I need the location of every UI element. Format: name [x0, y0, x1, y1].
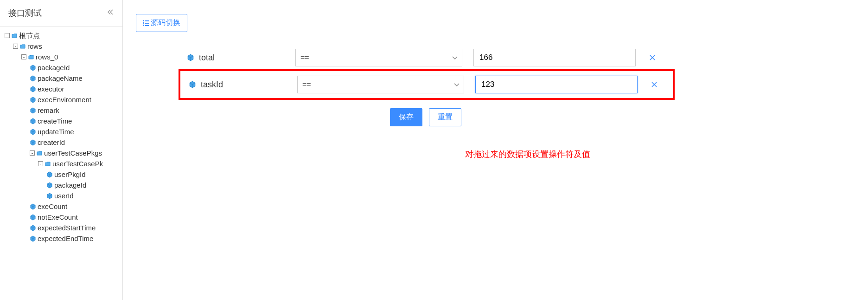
- rule-row: taskId: [180, 73, 668, 96]
- minus-icon[interactable]: -: [21, 54, 26, 59]
- source-toggle-label: 源码切换: [151, 18, 180, 28]
- tree-node-packageId[interactable]: packageId: [2, 62, 121, 73]
- minus-icon[interactable]: -: [38, 161, 43, 166]
- tree-label: userTestCasePkgs: [44, 148, 102, 158]
- highlight-annotation: taskId: [179, 69, 675, 100]
- folder-icon: [11, 33, 18, 39]
- tree-node-executor[interactable]: executor: [2, 84, 121, 94]
- tree-label: userPkgId: [54, 169, 86, 180]
- folder-icon: [28, 54, 34, 60]
- folder-icon: [36, 150, 43, 157]
- list-icon: [143, 20, 149, 26]
- rules-area: total taskId: [187, 46, 855, 100]
- cube-icon: [30, 203, 36, 210]
- close-icon: [651, 82, 657, 87]
- sidebar: 接口测试 - 根节点 - rows - rows_0 packageId pac…: [0, 0, 123, 300]
- source-toggle-button[interactable]: 源码切换: [136, 14, 187, 32]
- tree-node-execEnvironment[interactable]: execEnvironment: [2, 94, 121, 105]
- cube-icon: [30, 118, 36, 124]
- folder-icon: [19, 43, 26, 50]
- rule-field-text: total: [199, 53, 215, 63]
- cube-icon: [30, 214, 36, 221]
- rule-field-text: taskId: [201, 80, 223, 90]
- tree-node-packageId2[interactable]: packageId: [2, 180, 121, 190]
- tree-label: createTime: [38, 116, 72, 126]
- tree-label: packageId: [38, 62, 70, 73]
- tree-node-userTestCasePk[interactable]: - userTestCasePk: [2, 158, 121, 169]
- tree-label: executor: [38, 84, 64, 94]
- tree-node-exeCount[interactable]: exeCount: [2, 201, 121, 212]
- cube-icon: [30, 97, 36, 103]
- tree-node-updateTime[interactable]: updateTime: [2, 126, 121, 137]
- cube-icon: [187, 54, 194, 61]
- tree-label: notExeCount: [38, 212, 78, 222]
- close-icon: [650, 55, 655, 60]
- cube-icon: [30, 139, 36, 146]
- annotation-text: 对拖过来的数据项设置操作符及值: [465, 149, 855, 160]
- rule-field-label: taskId: [189, 80, 286, 90]
- save-button[interactable]: 保存: [390, 108, 422, 126]
- tree-label: rows: [27, 41, 42, 52]
- sidebar-title: 接口测试: [8, 7, 42, 19]
- reset-button[interactable]: 重置: [429, 108, 461, 126]
- remove-rule-button[interactable]: [649, 80, 660, 90]
- value-input[interactable]: [473, 49, 636, 66]
- tree-node-userPkgId[interactable]: userPkgId: [2, 169, 121, 180]
- main-panel: 源码切换 total taskId: [123, 0, 868, 300]
- tree-node-userTestCasePkgs[interactable]: - userTestCasePkgs: [2, 148, 121, 158]
- rule-field-label: total: [187, 53, 284, 63]
- minus-icon[interactable]: -: [30, 150, 35, 156]
- operator-select[interactable]: [297, 76, 464, 93]
- cube-icon: [189, 81, 196, 88]
- tree-node-createTime[interactable]: createTime: [2, 116, 121, 126]
- operator-select[interactable]: [295, 49, 462, 66]
- tree-label: packageId: [54, 180, 86, 190]
- tree-label: 根节点: [19, 30, 40, 41]
- cube-icon: [30, 65, 36, 71]
- value-input[interactable]: [475, 76, 638, 93]
- minus-icon[interactable]: -: [13, 44, 18, 49]
- folder-icon: [45, 161, 51, 167]
- tree-label: userTestCasePk: [52, 158, 103, 169]
- tree-label: expectedStartTime: [38, 222, 96, 233]
- minus-icon[interactable]: -: [5, 33, 10, 38]
- tree-label: userId: [54, 190, 74, 201]
- tree-label: expectedEndTime: [38, 233, 93, 244]
- sidebar-header: 接口测试: [0, 0, 122, 26]
- tree-node-createrId[interactable]: createrId: [2, 137, 121, 148]
- cube-icon: [46, 171, 53, 178]
- tree-label: remark: [38, 105, 59, 116]
- tree-label: updateTime: [38, 126, 74, 137]
- cube-icon: [46, 193, 53, 199]
- tree-node-remark[interactable]: remark: [2, 105, 121, 116]
- cube-icon: [30, 86, 36, 92]
- collapse-icon[interactable]: [107, 9, 114, 17]
- cube-icon: [30, 129, 36, 135]
- cube-icon: [30, 75, 36, 82]
- cube-icon: [30, 225, 36, 231]
- cube-icon: [30, 235, 36, 242]
- tree-node-rows0[interactable]: - rows_0: [2, 52, 121, 62]
- tree-node-userId[interactable]: userId: [2, 190, 121, 201]
- tree-label: rows_0: [36, 52, 58, 62]
- tree-label: packageName: [38, 73, 83, 84]
- tree-node-rows[interactable]: - rows: [2, 41, 121, 52]
- cube-icon: [46, 182, 53, 189]
- tree-node-packageName[interactable]: packageName: [2, 73, 121, 84]
- tree-label: execEnvironment: [38, 94, 91, 105]
- cube-icon: [30, 107, 36, 114]
- tree-label: createrId: [38, 137, 65, 148]
- tree-label: exeCount: [38, 201, 67, 212]
- tree: - 根节点 - rows - rows_0 packageId packageN…: [0, 26, 122, 248]
- tree-node-expectedStartTime[interactable]: expectedStartTime: [2, 222, 121, 233]
- remove-rule-button[interactable]: [647, 53, 658, 63]
- tree-node-expectedEndTime[interactable]: expectedEndTime: [2, 233, 121, 244]
- tree-node-notExeCount[interactable]: notExeCount: [2, 212, 121, 222]
- rule-row: total: [187, 46, 855, 69]
- tree-node-root[interactable]: - 根节点: [2, 30, 121, 41]
- action-buttons: 保存 重置: [390, 108, 855, 126]
